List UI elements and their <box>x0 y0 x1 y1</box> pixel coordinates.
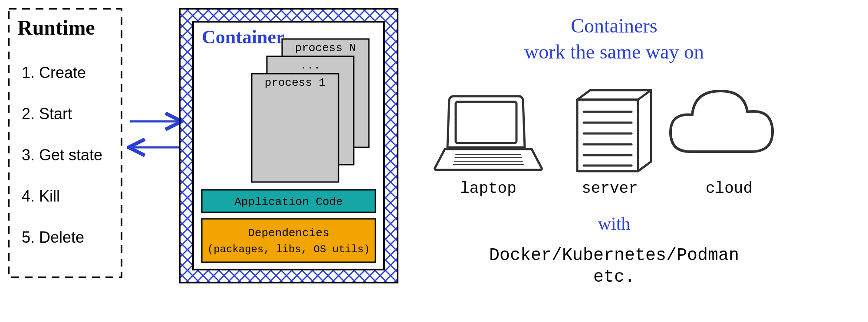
process-stack: process N ... process 1 <box>252 39 369 182</box>
headline-2: work the same way on <box>524 41 704 63</box>
process-mid-label: ... <box>300 59 321 72</box>
runtime-op-4: 4. Kill <box>22 187 60 205</box>
server-icon <box>577 90 651 171</box>
server-label: server <box>582 180 638 198</box>
application-code-label: Application Code <box>234 195 343 208</box>
laptop-label: laptop <box>460 180 516 198</box>
headline-1: Containers <box>571 15 657 37</box>
process-front-label: process 1 <box>265 76 326 89</box>
application-code-bar: Application Code <box>202 190 375 212</box>
runtime-title: Runtime <box>17 16 95 39</box>
container-group: Container process N ... process 1 Applic… <box>180 9 398 283</box>
laptop-icon <box>435 96 542 170</box>
runtime-op-5: 5. Delete <box>22 228 84 246</box>
right-copy: Containers work the same way on <box>524 15 704 63</box>
tools-line-1: Docker/Kubernetes/Podman <box>489 246 739 265</box>
runtime-container-arrows <box>130 121 180 147</box>
tools-line-2: etc. <box>593 267 635 287</box>
with-label: with <box>598 214 631 234</box>
cloud-icon <box>671 91 773 152</box>
svg-rect-9 <box>202 219 375 262</box>
runtime-op-3: 3. Get state <box>22 146 102 164</box>
svg-rect-7 <box>252 74 339 182</box>
svg-rect-15 <box>577 100 638 171</box>
process-back-label: process N <box>295 42 356 55</box>
runtime-op-2: 2. Start <box>22 105 72 123</box>
runtime-op-1: 1. Create <box>22 64 86 81</box>
runtime-box: Runtime 1. Create 2. Start 3. Get state … <box>9 9 122 277</box>
container-title: Container <box>202 26 285 48</box>
cloud-label: cloud <box>706 180 753 198</box>
svg-rect-10 <box>456 102 516 143</box>
dependencies-title: Dependencies <box>248 227 329 240</box>
dependencies-sub: (packages, libs, OS utils) <box>207 244 370 255</box>
dependencies-bar: Dependencies (packages, libs, OS utils) <box>202 219 375 262</box>
